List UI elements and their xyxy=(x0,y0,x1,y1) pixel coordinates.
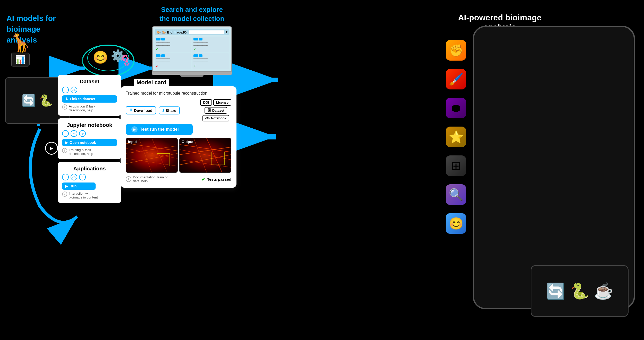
app-icon-star[interactable]: ⭐ xyxy=(446,127,466,147)
info-icon-nb: i xyxy=(62,148,67,153)
run-btn[interactable]: ▶ Run xyxy=(62,183,96,190)
code-icon-app[interactable]: </> xyxy=(71,174,77,180)
info-icon-app: i xyxy=(62,192,67,197)
app-icon-purple[interactable]: ⏺ xyxy=(446,98,466,118)
app-icon-matrix[interactable]: ⊞ xyxy=(446,155,466,176)
app-icon-smiley[interactable]: 😊 xyxy=(446,213,466,234)
horse-emoji: 🐎 xyxy=(156,30,161,34)
laptop-cell-lines4: ━━━━━━━━━━━ xyxy=(193,44,228,47)
giraffe-emoji: 🦒 xyxy=(9,34,31,52)
tags-row-3: </> Notebook xyxy=(200,115,231,121)
laptop-base xyxy=(152,72,232,75)
link-to-dataset-label: Link to dataset xyxy=(70,97,95,101)
run-label: Run xyxy=(70,184,77,188)
app-icon-brush[interactable]: 🖌️ xyxy=(446,69,466,89)
python-icon: 🐍 xyxy=(39,94,53,107)
main-container: AI models for bioimage analysis 🦒 📊 🔄 🐍 … xyxy=(0,0,644,340)
model-images-row: Input Output xyxy=(126,138,231,173)
output-image-box: Output xyxy=(179,138,231,173)
test-run-label: Test run the model xyxy=(140,127,179,132)
check-icon-1: ✓ xyxy=(156,47,158,51)
notebook-info-text: Training & task description, help xyxy=(69,148,93,156)
python-tool-icon[interactable]: 🐍 xyxy=(570,282,589,300)
recycle-icon-2: ♻ xyxy=(124,59,130,68)
laptop-cell-2: ━━━━━━━━━━━ ━━━━━━━━━━━ ✓ xyxy=(192,37,229,52)
list-icon-nb[interactable]: ≡ xyxy=(71,130,77,137)
share-icon-dataset[interactable]: ⟨⟩ xyxy=(62,87,69,93)
laptop-header-bar: 🐎 🐎 BioImage.IO T xyxy=(155,29,229,35)
app-icon-fist[interactable]: ✊ xyxy=(446,40,466,61)
input-label: Input xyxy=(128,140,137,144)
notebook-icons-row: ⟨⟩ ≡ ⊙ xyxy=(62,130,117,137)
svg-line-23 xyxy=(194,138,207,172)
github-icon-nb[interactable]: ⊙ xyxy=(79,130,86,137)
laptop-cell-lines2: ━━━━━━━━━━━ xyxy=(156,44,190,47)
download-label: Download xyxy=(134,108,152,113)
model-card-actions: ⬇ Download ⤴ Share DOI License 🗄 Dataset xyxy=(126,99,231,121)
laptop-stand xyxy=(180,75,204,77)
code-tag-icon: </> xyxy=(205,117,210,120)
db-icon: 🗄 xyxy=(207,108,211,112)
laptop-cell-3: ━━━━━━━━━━━ ━━━━━━━━━━━ ✗ xyxy=(155,53,191,69)
dataset-card: Dataset ⟨⟩ </> ⬇ Link to dataset i Acqui… xyxy=(58,75,121,116)
notebook-info-row: i Training & task description, help xyxy=(62,148,117,156)
svg-line-16 xyxy=(152,138,167,172)
smiley-icon: 😊 xyxy=(93,50,108,65)
laptop-cell-lines5: ━━━━━━━━━━━ xyxy=(156,57,190,60)
share-icon-nb[interactable]: ⟨⟩ xyxy=(62,130,69,137)
play-icon: ▶ xyxy=(50,145,53,151)
play-icon-nb: ▶ xyxy=(65,140,68,145)
green-check-icon: ✔ xyxy=(201,176,206,182)
share-label: Share xyxy=(166,108,176,113)
tests-passed-label: Tests passed xyxy=(207,177,231,181)
laptop-cell-lines7: ━━━━━━━━━━━ xyxy=(193,57,228,60)
info-icon-footer: i xyxy=(126,176,131,182)
cards-section: Dataset ⟨⟩ </> ⬇ Link to dataset i Acqui… xyxy=(58,75,121,203)
doi-btn[interactable]: DOI xyxy=(200,99,212,106)
share-icon-app[interactable]: ⟨⟩ xyxy=(62,174,69,180)
mini-btn-2 xyxy=(161,38,165,40)
laptop-section: Search and explore the model collection … xyxy=(152,5,232,77)
license-btn[interactable]: License xyxy=(213,99,231,106)
test-run-btn[interactable]: ▶ Test run the model xyxy=(126,124,193,135)
chart-icon: 📊 xyxy=(11,53,30,67)
open-notebook-btn[interactable]: ▶ Open notebook xyxy=(62,139,117,146)
dataset-tag-btn[interactable]: 🗄 Dataset xyxy=(205,107,227,114)
model-card-subtitle: Trained model for microtubule reconstruc… xyxy=(126,91,231,96)
bioimageio-label: 🐎 BioImage.IO xyxy=(162,30,187,34)
search-explore-title: Search and explore the model collection xyxy=(152,5,232,23)
laptop-cell-lines: ━━━━━━━━━━━ xyxy=(156,41,190,44)
download-arrow-icon: ⬇ xyxy=(129,108,133,113)
mini-btn-3 xyxy=(193,38,198,40)
laptop-cell-1: ━━━━━━━━━━━ ━━━━━━━━━━━ ✓ xyxy=(155,37,191,52)
tags-row-2: 🗄 Dataset xyxy=(200,107,231,114)
download-btn[interactable]: ⬇ Download xyxy=(126,106,156,114)
mini-btn-7 xyxy=(193,54,198,57)
input-image-box: Input xyxy=(126,138,178,173)
share-btn[interactable]: ⤴ Share xyxy=(159,106,180,114)
java-tool-icon[interactable]: ☕ xyxy=(594,282,613,300)
model-card-footer: i Documentation, training data, help... … xyxy=(126,175,231,183)
svg-line-15 xyxy=(139,138,152,172)
play-icon-app: ▶ xyxy=(65,184,68,188)
giraffe-icon-group: 🦒 📊 xyxy=(9,34,31,67)
dataset-info-text: Acquisition & task description, help xyxy=(69,104,95,112)
laptop-cell-lines8: ━━━━━━━━━━━ xyxy=(193,61,228,63)
notebook-tag-btn[interactable]: </> Notebook xyxy=(202,115,229,121)
app-icon-search[interactable]: 🔍 xyxy=(446,184,466,205)
list-icon-app[interactable]: ≡ xyxy=(79,174,86,180)
play-button-circle[interactable]: ▶ xyxy=(45,142,58,155)
link-to-dataset-btn[interactable]: ⬇ Link to dataset xyxy=(62,95,117,103)
jupyter-tool-icon[interactable]: 🔄 xyxy=(546,282,565,300)
open-notebook-label: Open notebook xyxy=(70,140,96,145)
tests-passed-area: ✔ Tests passed xyxy=(201,176,231,182)
model-card-section-label: Model card xyxy=(134,79,169,86)
applications-info-row: i Interaction with bioimage.io content xyxy=(62,192,117,199)
mini-btn-4 xyxy=(199,38,202,40)
laptop-grid: ━━━━━━━━━━━ ━━━━━━━━━━━ ✓ ━━━━━━━━━━━ ━━… xyxy=(155,37,229,69)
model-card: Trained model for microtubule reconstruc… xyxy=(121,86,236,188)
share-circle-icon: ⤴ xyxy=(162,108,164,113)
code-icon-dataset[interactable]: </> xyxy=(71,87,77,93)
download-icon-dataset: ⬇ xyxy=(65,97,68,101)
doc-text: Documentation, training data, help... xyxy=(133,175,168,183)
